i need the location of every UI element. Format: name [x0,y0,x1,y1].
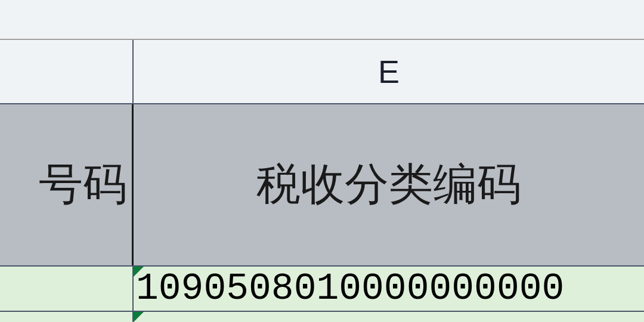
error-indicator-icon[interactable] [134,312,144,322]
cell-e1-text: 税收分类编码 [256,155,521,215]
error-indicator-icon[interactable] [134,267,144,277]
cell-e2[interactable]: 1090508010000000000 [134,267,644,311]
column-header-d[interactable] [0,40,134,103]
cell-d2[interactable] [0,267,134,311]
top-bar [0,0,644,40]
column-header-e[interactable]: E [134,40,644,103]
column-header-row: E [0,40,644,104]
cell-e3[interactable] [134,312,644,322]
data-row-2: 1090508010000000000 [0,267,644,312]
spreadsheet-view: E 号码 税收分类编码 1090508010000000000 [0,0,644,322]
cell-d1[interactable]: 号码 [0,104,134,265]
header-row: 号码 税收分类编码 [0,104,644,267]
cell-e1[interactable]: 税收分类编码 [134,104,644,265]
data-row-3 [0,312,644,322]
cell-d1-text: 号码 [39,155,127,215]
cell-e2-text: 1090508010000000000 [136,268,564,310]
cell-d3[interactable] [0,312,134,322]
